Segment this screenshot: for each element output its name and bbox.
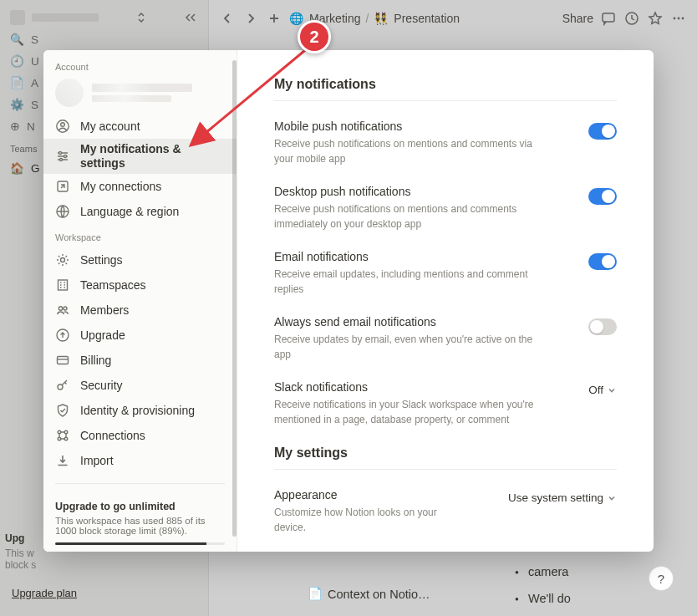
new-tab-icon[interactable] — [266, 10, 282, 27]
rail-quick-search[interactable]: 🔍S — [5, 28, 203, 50]
share-button[interactable]: Share — [562, 12, 593, 25]
nav-label: Import — [80, 454, 114, 467]
svg-rect-13 — [59, 280, 68, 290]
connections-icon — [55, 428, 70, 443]
divider — [55, 483, 225, 484]
nav-label: Billing — [80, 354, 111, 367]
select[interactable]: Off — [588, 384, 617, 396]
nav-label: Identity & provisioning — [80, 404, 195, 417]
svg-point-3 — [678, 18, 680, 20]
select[interactable]: Use system setting — [508, 491, 617, 504]
workspace-switcher[interactable] — [5, 7, 203, 28]
sliders-icon — [55, 149, 70, 164]
nav-security[interactable]: Security — [43, 373, 237, 398]
nav-label: Settings — [80, 253, 123, 267]
setting-title: Always send email notifications — [274, 315, 552, 328]
breadcrumb-separator: / — [365, 12, 369, 25]
nav-settings[interactable]: Settings — [43, 247, 237, 272]
setting-title: Slack notifications — [274, 380, 553, 394]
heading-my-notifications: My notifications — [274, 77, 617, 101]
nav-my-notifications-settings[interactable]: My notifications & settings — [43, 139, 237, 174]
clock-icon: 🕘 — [10, 54, 24, 68]
key-icon — [55, 378, 70, 393]
setting-title: Desktop push notifications — [274, 185, 552, 198]
more-icon[interactable] — [670, 10, 687, 27]
gear-icon: ⚙️ — [10, 98, 24, 111]
setting-row: Email notificationsReceive email updates… — [274, 250, 617, 297]
toggle[interactable] — [588, 253, 617, 270]
svg-point-15 — [64, 307, 67, 310]
svg-point-18 — [58, 384, 63, 389]
nav-import[interactable]: Import — [43, 448, 237, 473]
nav-language-region[interactable]: Language & region — [43, 199, 237, 224]
svg-point-19 — [58, 430, 61, 434]
nav-label: Upgrade — [80, 328, 125, 342]
star-icon[interactable] — [647, 10, 664, 27]
upload-icon — [55, 328, 70, 343]
svg-point-2 — [674, 18, 676, 20]
storage-progress — [55, 542, 225, 545]
user-name-redacted — [92, 84, 225, 102]
svg-point-22 — [64, 437, 68, 440]
setting-row: Always send email notificationsReceive u… — [274, 315, 617, 362]
svg-point-14 — [59, 307, 62, 310]
bg-bullet-camera: camera — [528, 565, 568, 578]
setting-row: Mobile push notificationsReceive push no… — [274, 120, 617, 166]
comments-icon[interactable] — [600, 10, 617, 27]
scrollbar[interactable] — [232, 60, 237, 537]
history-icon[interactable] — [623, 10, 640, 27]
setting-desc: Receive push notifications on mentions a… — [274, 201, 542, 232]
nav-back-icon[interactable] — [219, 10, 236, 27]
toggle[interactable] — [588, 188, 617, 205]
nav-my-account[interactable]: My account — [43, 114, 237, 139]
setting-desc: Receive email updates, including mention… — [274, 267, 542, 297]
section-label-workspace: Workspace — [43, 224, 237, 247]
new-icon: ⊕ — [10, 120, 20, 133]
nav-identity-provisioning[interactable]: Identity & provisioning — [43, 398, 237, 423]
bg-content-line: 📄 Context on Notio… — [308, 587, 430, 601]
setting-row: Slack notificationsReceive notifications… — [274, 380, 617, 427]
bullet-dot-icon: ● — [515, 595, 519, 603]
nav-label: Teamspaces — [80, 278, 146, 292]
nav-label: My account — [80, 120, 140, 133]
account-user-row[interactable] — [43, 77, 237, 114]
nav-teamspaces[interactable]: Teamspaces — [43, 272, 237, 298]
nav-my-connections[interactable]: My connections — [43, 174, 237, 199]
help-button[interactable]: ? — [649, 566, 674, 591]
svg-point-8 — [64, 155, 67, 158]
globe-icon — [55, 204, 70, 219]
toggle[interactable] — [588, 318, 617, 335]
collapse-icon[interactable] — [183, 10, 198, 25]
svg-rect-17 — [58, 357, 69, 364]
nav-label: My connections — [80, 180, 161, 193]
gear-icon — [55, 252, 70, 267]
card-icon — [55, 353, 70, 368]
page-icon: 📄 — [308, 587, 323, 601]
rail-upgrade-link[interactable]: Upgrade plan — [12, 587, 77, 599]
avatar — [55, 79, 84, 107]
nav-forward-icon[interactable] — [242, 10, 259, 27]
svg-point-4 — [682, 18, 684, 20]
updown-icon[interactable] — [134, 10, 149, 25]
nav-members[interactable]: Members — [43, 298, 237, 323]
upgrade-callout: Upgrade to go unlimited This workspace h… — [43, 494, 237, 552]
nav-label: Language & region — [80, 205, 179, 218]
section-label-account: Account — [43, 53, 237, 77]
breadcrumb-emoji-1: 👯 — [374, 12, 389, 25]
nav-connections[interactable]: Connections — [43, 423, 237, 448]
dialog-main: My notifications Mobile push notificatio… — [237, 50, 654, 552]
nav-label: Security — [80, 379, 123, 392]
svg-point-9 — [60, 159, 63, 161]
nav-upgrade[interactable]: Upgrade — [43, 323, 237, 348]
breadcrumb-emoji-0: 🌐 — [289, 12, 304, 25]
breadcrumb-label-1[interactable]: Presentation — [394, 12, 460, 25]
nav-billing[interactable]: Billing — [43, 348, 237, 373]
svg-point-12 — [61, 258, 65, 262]
shield-icon — [55, 403, 70, 418]
building-icon — [55, 277, 70, 293]
nav-label: My notifications & settings — [80, 142, 225, 171]
bullet-dot-icon: ● — [515, 568, 519, 576]
toggle[interactable] — [588, 123, 617, 140]
user-circle-icon — [55, 119, 70, 134]
upgrade-desc: This workspace has used 885 of its 1000 … — [55, 516, 225, 536]
